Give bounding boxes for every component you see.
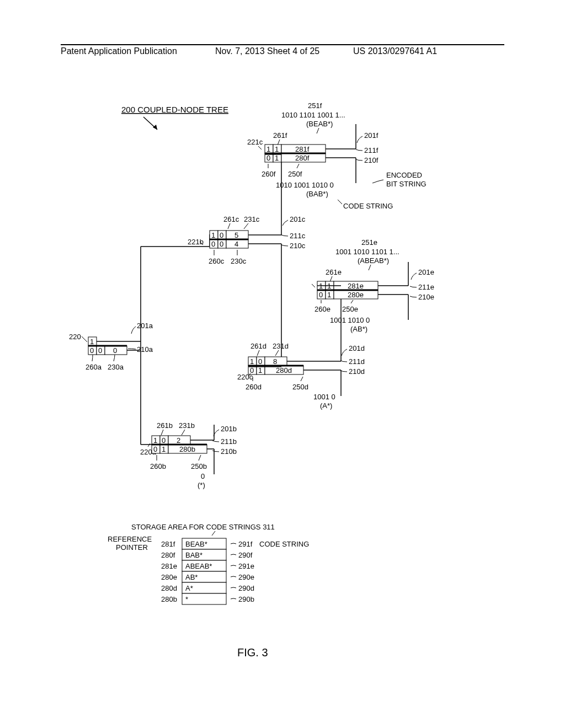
- svg-text:221c: 221c: [247, 138, 263, 146]
- svg-text:0: 0: [153, 445, 157, 453]
- svg-text:0: 0: [162, 436, 166, 445]
- svg-text:1: 1: [90, 338, 94, 346]
- svg-text:1001 0: 1001 0: [313, 393, 335, 401]
- svg-text:210e: 210e: [418, 293, 434, 301]
- svg-text:260a: 260a: [86, 363, 102, 371]
- svg-text:0: 0: [113, 346, 117, 355]
- svg-text:210b: 210b: [221, 447, 237, 456]
- svg-text:220: 220: [69, 333, 81, 341]
- svg-text:211f: 211f: [364, 146, 379, 154]
- svg-text:290b: 290b: [238, 595, 254, 603]
- svg-text:281f: 281f: [161, 540, 175, 548]
- svg-text:211b: 211b: [221, 437, 237, 446]
- svg-text:211c: 211c: [290, 232, 306, 240]
- svg-text:1: 1: [258, 366, 262, 374]
- svg-text:261e: 261e: [326, 268, 342, 276]
- svg-text:CODE STRING: CODE STRING: [259, 540, 309, 548]
- svg-line-3: [82, 336, 87, 342]
- svg-text:201e: 201e: [418, 268, 434, 276]
- tree-diagram: 200 COUPLED-NODE TREE 220 201a 210a 1 0 …: [0, 0, 565, 728]
- svg-text:280d: 280d: [161, 584, 177, 592]
- svg-text:281e: 281e: [348, 282, 364, 290]
- svg-text:(AB*): (AB*): [350, 325, 367, 333]
- svg-text:280e: 280e: [161, 573, 177, 581]
- svg-text:261c: 261c: [223, 215, 239, 223]
- svg-text:291f: 291f: [238, 540, 253, 548]
- svg-text:REFERENCE: REFERENCE: [108, 535, 152, 543]
- svg-text:210d: 210d: [349, 367, 365, 376]
- svg-text:231c: 231c: [244, 215, 260, 223]
- svg-text:261d: 261d: [250, 342, 266, 350]
- svg-text:280e: 280e: [348, 291, 364, 299]
- svg-text:0: 0: [211, 240, 215, 248]
- svg-text:281f: 281f: [295, 145, 310, 153]
- svg-text:211d: 211d: [349, 357, 365, 366]
- svg-text:8: 8: [273, 357, 277, 366]
- svg-text:4: 4: [234, 240, 238, 248]
- svg-text:1: 1: [327, 291, 331, 299]
- svg-text:201c: 201c: [290, 215, 306, 223]
- svg-text:*: *: [185, 595, 188, 603]
- svg-text:201a: 201a: [137, 322, 153, 330]
- svg-text:221b: 221b: [188, 238, 204, 246]
- svg-text:251f: 251f: [308, 101, 322, 110]
- svg-text:211e: 211e: [418, 283, 434, 291]
- svg-text:1010 1101 1001 1...: 1010 1101 1001 1...: [281, 111, 345, 119]
- svg-text:A*: A*: [185, 584, 193, 592]
- svg-text:250e: 250e: [342, 305, 358, 313]
- svg-text:230c: 230c: [231, 257, 247, 265]
- svg-text:POINTER: POINTER: [116, 543, 148, 552]
- svg-text:291e: 291e: [238, 562, 254, 570]
- tree-title: 200 COUPLED-NODE TREE: [121, 105, 228, 114]
- svg-text:AB*: AB*: [185, 573, 198, 581]
- svg-text:1010 1001 1010 0: 1010 1001 1010 0: [276, 181, 334, 189]
- svg-text:260c: 260c: [209, 257, 225, 265]
- svg-text:(*): (*): [198, 481, 205, 489]
- svg-text:261f: 261f: [273, 131, 287, 140]
- svg-text:290f: 290f: [238, 551, 253, 559]
- svg-text:0: 0: [319, 291, 323, 299]
- svg-text:210c: 210c: [290, 242, 306, 250]
- svg-text:290d: 290d: [238, 584, 254, 592]
- svg-text:201d: 201d: [349, 344, 365, 352]
- svg-text:0: 0: [220, 231, 223, 239]
- svg-text:280f: 280f: [161, 551, 175, 559]
- svg-text:CODE STRING: CODE STRING: [343, 202, 393, 210]
- svg-text:1001 1010 0: 1001 1010 0: [330, 316, 370, 324]
- svg-text:STORAGE AREA FOR CODE STRINGS : STORAGE AREA FOR CODE STRINGS 311: [131, 523, 275, 531]
- svg-text:ENCODED: ENCODED: [386, 171, 422, 179]
- svg-text:0: 0: [201, 472, 205, 480]
- svg-text:280f: 280f: [295, 154, 310, 162]
- svg-text:5: 5: [234, 231, 238, 239]
- svg-text:261b: 261b: [157, 421, 173, 430]
- svg-text:1: 1: [211, 231, 215, 239]
- svg-text:(ABEAB*): (ABEAB*): [358, 256, 389, 265]
- svg-text:250d: 250d: [292, 383, 308, 391]
- svg-text:210f: 210f: [364, 156, 379, 164]
- svg-text:260d: 260d: [246, 383, 262, 391]
- svg-text:260e: 260e: [315, 305, 331, 313]
- svg-text:280b: 280b: [161, 595, 177, 603]
- svg-text:1: 1: [266, 145, 270, 153]
- svg-text:280d: 280d: [276, 366, 292, 374]
- svg-text:1001 1010 1101 1...: 1001 1010 1101 1...: [335, 248, 399, 256]
- svg-text:290e: 290e: [238, 573, 254, 581]
- svg-text:231d: 231d: [273, 342, 289, 350]
- svg-text:(A*): (A*): [320, 402, 332, 410]
- svg-text:231b: 231b: [179, 421, 195, 430]
- svg-text:220c: 220c: [237, 373, 253, 381]
- svg-text:0: 0: [266, 154, 270, 162]
- svg-text:1: 1: [250, 357, 254, 366]
- svg-text:210a: 210a: [137, 345, 153, 354]
- svg-text:201b: 201b: [221, 425, 237, 433]
- svg-text:ABEAB*: ABEAB*: [185, 562, 212, 570]
- svg-text:(BAB*): (BAB*): [306, 190, 328, 198]
- svg-marker-1: [153, 125, 157, 130]
- svg-text:251e: 251e: [361, 238, 377, 247]
- svg-text:BIT STRING: BIT STRING: [386, 180, 427, 188]
- svg-text:2: 2: [177, 436, 180, 445]
- svg-text:1: 1: [153, 436, 157, 445]
- svg-text:0: 0: [90, 346, 94, 355]
- svg-text:1: 1: [275, 154, 279, 162]
- svg-text:0: 0: [220, 240, 223, 248]
